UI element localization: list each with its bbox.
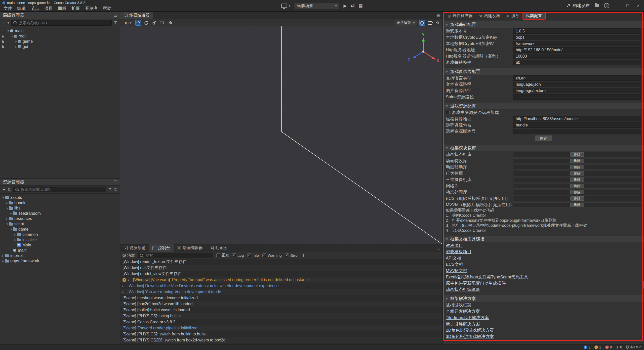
log-row[interactable]: [Scene] [box2d]:box2d wasm lib loaded. <box>120 301 442 307</box>
asset-node-row[interactable]: main <box>0 248 120 253</box>
error-count-badge[interactable]: × 0 <box>605 345 612 349</box>
filter-warning[interactable]: Warning <box>262 253 281 257</box>
tab-animation-editor[interactable]: 动画编辑器 <box>174 244 206 252</box>
doc-link[interactable]: 原生包热更新配置自动生成插件 <box>446 280 506 286</box>
export-log-icon[interactable]: ↧ <box>302 253 305 258</box>
delete-button[interactable]: 删除 <box>570 203 584 207</box>
tab-服务[interactable]: ⚙服务 <box>504 13 522 19</box>
save-button[interactable]: 保存 <box>535 136 552 141</box>
asset-node-row[interactable]: ▾assets <box>0 195 120 200</box>
tab-构建发布[interactable]: ⚒构建发布 <box>476 13 503 19</box>
filter-icon[interactable] <box>114 21 117 24</box>
filter-info[interactable]: Info <box>247 253 259 257</box>
field-input[interactable] <box>513 129 641 134</box>
expand-icon[interactable]: ▸ <box>123 290 126 294</box>
clear-console-button[interactable]: 清空 <box>123 253 135 258</box>
tree-arrow-icon[interactable]: ▸ <box>5 217 9 221</box>
tree-arrow-icon[interactable]: ▾ <box>10 34 14 38</box>
field-input[interactable] <box>513 88 641 93</box>
remote-load-checkbox[interactable] <box>446 111 450 114</box>
doc-link[interactable]: 3D角色扮演游戏解决方案 <box>446 334 494 339</box>
tree-arrow-icon[interactable]: ▾ <box>6 29 10 33</box>
doc-link[interactable]: 游戏模板项目 <box>446 249 471 255</box>
doc-link[interactable]: ECS文档 <box>446 261 463 267</box>
log-row[interactable]: !▸[Window] [Vue warn]: Property "onInput… <box>120 277 442 283</box>
panel-menu-icon[interactable]: ☰ <box>114 13 117 18</box>
log-row[interactable]: [Scene] [bullet]:bullet wasm lib loaded. <box>120 307 442 313</box>
console-search-input[interactable] <box>145 253 211 258</box>
delete-button[interactable]: 删除 <box>570 184 584 188</box>
expand-icon[interactable]: ▸ <box>128 278 131 282</box>
download-count-badge[interactable]: ↧ 0 <box>616 345 622 349</box>
move-tool-button[interactable] <box>135 20 141 26</box>
asset-node-row[interactable]: ▸bundle <box>0 200 120 205</box>
play-button[interactable]: ▶ <box>343 4 347 8</box>
asset-node-row[interactable]: ▾game <box>0 227 120 232</box>
log-row[interactable]: [Scene] [PHYSICS]: using builtin. <box>120 313 442 319</box>
doc-link[interactable]: API文档 <box>446 255 461 261</box>
delete-button[interactable]: 删除 <box>570 190 584 194</box>
field-input[interactable] <box>513 122 641 128</box>
rotate-tool-button[interactable] <box>143 20 149 26</box>
asset-node-row[interactable]: ▸internal <box>0 253 120 258</box>
log-row[interactable]: [Scene] [PHYSICS]: switch from builtin t… <box>120 331 442 337</box>
asset-node-row[interactable]: TSMain <box>0 242 120 248</box>
doc-link[interactable]: 全栈开发解决方案 <box>446 309 480 314</box>
tree-arrow-icon[interactable]: ▾ <box>5 222 9 226</box>
field-input[interactable] <box>513 60 641 65</box>
layout-grid-button[interactable]: ▦ <box>358 4 363 8</box>
scene-light-toggle[interactable] <box>419 20 425 26</box>
filter-error[interactable]: Error <box>285 253 299 257</box>
log-row[interactable]: [Window] model_view文件夹存在 <box>120 271 442 277</box>
doc-link[interactable]: 教程项目 <box>446 243 463 248</box>
tree-arrow-icon[interactable]: ▸ <box>1 254 5 257</box>
refresh-icon[interactable]: ↻ <box>114 188 117 192</box>
maximize-button[interactable]: □ <box>625 3 630 8</box>
help-button[interactable]: ? <box>604 3 609 8</box>
scene-settings-button[interactable]: ⚙ <box>435 20 440 26</box>
lock-icon[interactable] <box>2 41 4 43</box>
doc-link[interactable]: Tiledmap地图解决方案 <box>446 315 489 321</box>
open-project-folder-button[interactable] <box>595 4 599 7</box>
tree-arrow-icon[interactable]: ▸ <box>5 201 9 205</box>
log-row[interactable]: [Scene] meshopt wasm decoder initialized <box>120 295 442 301</box>
menu-item[interactable]: 帮助 <box>100 6 114 11</box>
tree-arrow-icon[interactable]: ▸ <box>13 238 17 242</box>
section-header[interactable]: ∨框架模块裁剪 <box>443 145 644 151</box>
hierarchy-node-row[interactable]: ▸game <box>0 39 120 44</box>
render-mode-select[interactable]: 正常渲染 ▾ <box>394 20 417 26</box>
menu-item[interactable]: 文件 <box>1 6 15 11</box>
checkbox[interactable] <box>262 253 266 257</box>
hierarchy-node-row[interactable]: ▾main <box>0 28 120 33</box>
scene-camera-button[interactable] <box>427 20 433 26</box>
section-header[interactable]: ∨框架解决方案 <box>443 295 644 302</box>
gizmo-space-button[interactable] <box>168 20 173 26</box>
delete-button[interactable]: 删除 <box>570 152 584 157</box>
mode-3d-toggle[interactable]: 3D ▾ <box>122 21 133 25</box>
hierarchy-node-row[interactable]: ▾root <box>0 33 120 39</box>
field-input[interactable] <box>513 94 641 100</box>
asset-node-row[interactable]: ▸resources <box>0 216 120 221</box>
menu-item[interactable]: 项目 <box>42 6 55 11</box>
filter-log[interactable]: Log <box>232 253 244 257</box>
doc-link[interactable]: 战棋游戏框架 <box>446 302 471 308</box>
tree-arrow-icon[interactable]: ▾ <box>9 228 13 231</box>
device-preview-button[interactable]: ▾ <box>281 4 290 8</box>
delete-button[interactable]: 删除 <box>570 165 584 169</box>
field-input[interactable] <box>513 35 641 40</box>
minimize-button[interactable]: – <box>614 3 620 8</box>
log-row[interactable]: [Scene] [PHYSICS2D]: switch from box2d-w… <box>120 337 442 343</box>
doc-link[interactable]: 动画状态机编辑器 <box>446 287 480 292</box>
menu-item[interactable]: 节点 <box>28 6 42 11</box>
add-node-button[interactable]: + <box>3 20 5 25</box>
build-publish-button[interactable]: 构建发布 <box>566 3 590 9</box>
tree-arrow-icon[interactable]: ▸ <box>14 40 18 43</box>
expand-icon[interactable]: ▸ <box>123 284 126 288</box>
doc-link[interactable]: 新手引导解决方案 <box>446 321 480 327</box>
field-input[interactable] <box>513 116 641 121</box>
menu-item[interactable]: 开发者 <box>83 6 100 11</box>
section-header[interactable]: ∨框架文档工具链接 <box>443 236 644 242</box>
checkbox[interactable] <box>247 253 251 257</box>
lock-icon[interactable] <box>2 36 4 37</box>
tree-arrow-icon[interactable]: ▸ <box>13 233 17 236</box>
